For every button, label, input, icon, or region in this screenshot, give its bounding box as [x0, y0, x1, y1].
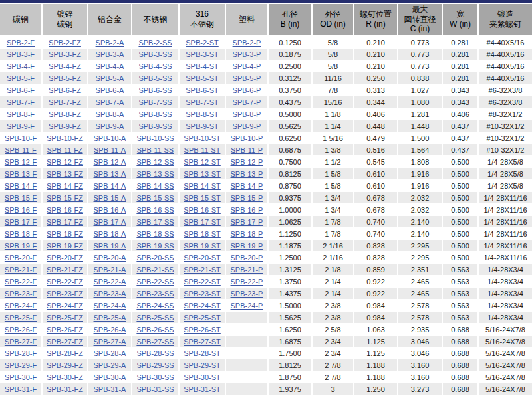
part-link[interactable]: SPB-12-SS: [136, 158, 174, 166]
part-link[interactable]: SPB-27-ST: [184, 338, 221, 346]
part-link[interactable]: SPB-31-A: [94, 385, 126, 393]
part-link[interactable]: SPB-17-F: [5, 218, 37, 226]
part-link[interactable]: SPB-23-FZ: [47, 290, 83, 298]
part-link[interactable]: SPB-23-F: [5, 290, 37, 298]
part-link[interactable]: SPB-16-A: [94, 206, 126, 214]
part-link[interactable]: SPB-16-F: [5, 206, 37, 214]
part-link[interactable]: SPB-20-FZ: [47, 254, 83, 262]
part-link[interactable]: SPB-25-A: [94, 314, 126, 322]
part-link[interactable]: SPB-25-SS: [136, 314, 174, 322]
part-link[interactable]: SPB-28-A: [94, 349, 126, 357]
part-link[interactable]: SPB-23-ST: [184, 290, 221, 298]
part-link[interactable]: SPB-29-ST: [184, 361, 221, 369]
part-link[interactable]: SPB-7-A: [96, 98, 124, 106]
part-link[interactable]: SPB-22-A: [94, 278, 126, 286]
part-link[interactable]: SPB-10-F: [5, 134, 37, 142]
part-link[interactable]: SPB-9-A: [96, 122, 124, 130]
part-link[interactable]: SPB-28-SS: [136, 349, 174, 357]
part-link[interactable]: SPB-29-SS: [136, 361, 174, 369]
part-link[interactable]: SPB-11-ST: [184, 146, 221, 154]
part-link[interactable]: SPB-28-F: [5, 349, 37, 357]
part-link[interactable]: SPB-16-ST: [184, 206, 221, 214]
part-link[interactable]: SPB-15-P: [231, 194, 263, 202]
part-link[interactable]: SPB-3-SS: [138, 50, 172, 58]
part-link[interactable]: SPB-24-A: [94, 302, 126, 310]
part-link[interactable]: SPB-15-F: [5, 194, 37, 202]
part-link[interactable]: SPB-15-FZ: [47, 194, 83, 202]
part-link[interactable]: SPB-30-F: [5, 373, 37, 381]
part-link[interactable]: SPB-8-F: [7, 110, 35, 118]
part-link[interactable]: SPB-14-F: [5, 182, 37, 190]
part-link[interactable]: SPB-27-SS: [136, 338, 174, 346]
part-link[interactable]: SPB-9-ST: [186, 122, 219, 130]
part-link[interactable]: SPB-14-FZ: [47, 182, 83, 190]
part-link[interactable]: SPB-12-F: [5, 158, 37, 166]
part-link[interactable]: SPB-21-F: [5, 266, 37, 274]
part-link[interactable]: SPB-25-FZ: [47, 314, 83, 322]
part-link[interactable]: SPB-31-SS: [136, 385, 174, 393]
part-link[interactable]: SPB-6-A: [96, 86, 124, 94]
part-link[interactable]: SPB-10-ST: [184, 134, 221, 142]
part-link[interactable]: SPB-18-ST: [184, 230, 221, 238]
part-link[interactable]: SPB-26-FZ: [47, 326, 83, 334]
part-link[interactable]: SPB-26-SS: [136, 326, 174, 334]
part-link[interactable]: SPB-23-SS: [136, 290, 174, 298]
part-link[interactable]: SPB-31-ST: [184, 385, 221, 393]
part-link[interactable]: SPB-24-F: [5, 302, 37, 310]
part-link[interactable]: SPB-11-F: [5, 146, 36, 154]
part-link[interactable]: SPB-24-ST: [184, 302, 221, 310]
part-link[interactable]: SPB-21-A: [94, 266, 126, 274]
part-link[interactable]: SPB-8-A: [96, 110, 124, 118]
part-link[interactable]: SPB-22-ST: [184, 278, 221, 286]
part-link[interactable]: SPB-7-SS: [138, 98, 172, 106]
part-link[interactable]: SPB-28-ST: [184, 349, 221, 357]
part-link[interactable]: SPB-18-P: [231, 230, 263, 238]
part-link[interactable]: SPB-4-F: [7, 62, 35, 70]
part-link[interactable]: SPB-14-P: [231, 182, 263, 190]
part-link[interactable]: SPB-10-FZ: [47, 134, 83, 142]
part-link[interactable]: SPB-22-P: [231, 278, 263, 286]
part-link[interactable]: SPB-23-A: [94, 290, 126, 298]
part-link[interactable]: SPB-16-SS: [136, 206, 174, 214]
part-link[interactable]: SPB-22-SS: [136, 278, 174, 286]
part-link[interactable]: SPB-22-FZ: [47, 278, 83, 286]
part-link[interactable]: SPB-9-P: [233, 122, 261, 130]
part-link[interactable]: SPB-13-SS: [136, 170, 174, 178]
part-link[interactable]: SPB-27-A: [94, 338, 126, 346]
part-link[interactable]: SPB-3-F: [7, 50, 35, 58]
part-link[interactable]: SPB-19-SS: [136, 242, 174, 250]
part-link[interactable]: SPB-20-A: [94, 254, 126, 262]
part-link[interactable]: SPB-29-A: [94, 361, 126, 369]
part-link[interactable]: SPB-17-P: [231, 218, 263, 226]
part-link[interactable]: SPB-4-A: [96, 62, 124, 70]
part-link[interactable]: SPB-30-ST: [184, 373, 221, 381]
part-link[interactable]: SPB-20-F: [5, 254, 37, 262]
part-link[interactable]: SPB-9-SS: [138, 122, 172, 130]
part-link[interactable]: SPB-2-FZ: [49, 39, 81, 47]
part-link[interactable]: SPB-8-FZ: [49, 110, 81, 118]
part-link[interactable]: SPB-4-P: [233, 62, 261, 70]
part-link[interactable]: SPB-2-P: [233, 39, 261, 47]
part-link[interactable]: SPB-29-FZ: [47, 361, 83, 369]
part-link[interactable]: SPB-21-SS: [136, 266, 174, 274]
part-link[interactable]: SPB-20-ST: [184, 254, 221, 262]
part-link[interactable]: SPB-14-SS: [136, 182, 174, 190]
part-link[interactable]: SPB-31-F: [5, 385, 37, 393]
part-link[interactable]: SPB-3-A: [96, 50, 124, 58]
part-link[interactable]: SPB-30-FZ: [47, 373, 83, 381]
part-link[interactable]: SPB-6-F: [7, 86, 35, 94]
part-link[interactable]: SPB-16-FZ: [47, 206, 83, 214]
part-link[interactable]: SPB-17-SS: [136, 218, 174, 226]
part-link[interactable]: SPB-2-F: [7, 39, 35, 47]
part-link[interactable]: SPB-6-FZ: [49, 86, 81, 94]
part-link[interactable]: SPB-31-FZ: [47, 385, 83, 393]
part-link[interactable]: SPB-5-SS: [138, 74, 172, 82]
part-link[interactable]: SPB-30-A: [94, 373, 126, 381]
part-link[interactable]: SPB-28-FZ: [47, 349, 83, 357]
part-link[interactable]: SPB-17-A: [94, 218, 126, 226]
part-link[interactable]: SPB-19-P: [231, 242, 263, 250]
part-link[interactable]: SPB-9-F: [7, 122, 35, 130]
part-link[interactable]: SPB-8-ST: [186, 110, 219, 118]
part-link[interactable]: SPB-26-F: [5, 326, 37, 334]
part-link[interactable]: SPB-5-F: [7, 74, 35, 82]
